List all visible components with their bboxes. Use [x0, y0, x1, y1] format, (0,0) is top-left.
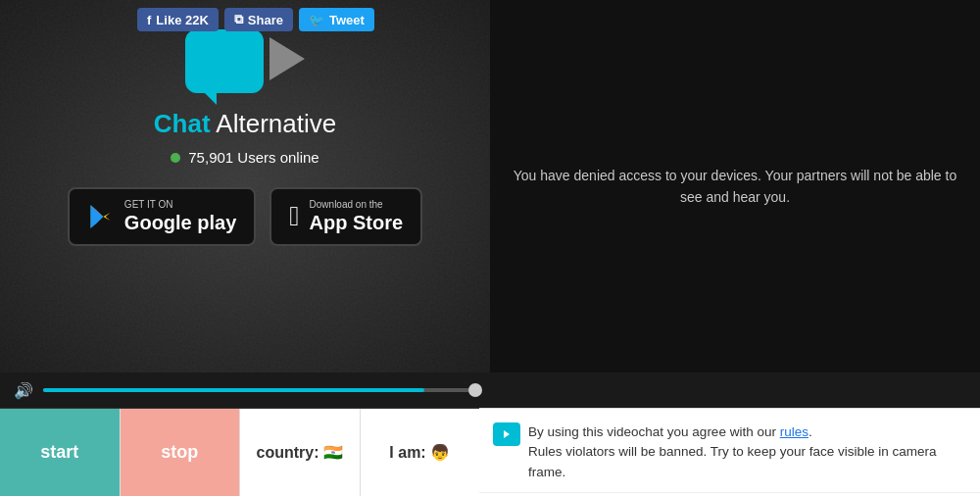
app-title: Chat Alternative [154, 109, 336, 139]
logo-icon [185, 29, 305, 93]
app-title-alternative: Alternative [211, 109, 337, 138]
app-buttons: GET IT ON Google play  Download on the … [68, 187, 422, 246]
app-title-chat: Chat [154, 109, 211, 138]
users-online: 75,901 Users online [171, 149, 318, 166]
chat-message-prefix: By using this videochat you agree with o… [528, 424, 780, 439]
share-icon: ⧉ [234, 12, 243, 27]
iam-button[interactable]: I am: 👦 [361, 409, 480, 496]
facebook-icon: f [147, 13, 151, 27]
start-button[interactable]: start [0, 409, 121, 496]
google-play-icon [87, 203, 115, 230]
chat-message: By using this videochat you agree with o… [479, 409, 980, 492]
twitter-icon: 🐦 [309, 13, 324, 27]
google-play-text: GET IT ON Google play [124, 199, 236, 234]
social-bar: f Like 22K ⧉ Share 🐦 Tweet [137, 8, 374, 31]
facebook-like-button[interactable]: f Like 22K [137, 8, 219, 31]
stop-button[interactable]: stop [121, 409, 241, 496]
facebook-share-button[interactable]: ⧉ Share [224, 8, 293, 31]
camera-icon [270, 37, 305, 80]
main-area: Chat Alternative 75,901 Users online [0, 0, 980, 372]
app-store-text: Download on the App Store [310, 199, 404, 234]
volume-fill [43, 388, 424, 392]
chat-bubble-icon [185, 29, 264, 93]
volume-slider[interactable] [43, 388, 476, 392]
online-indicator [171, 153, 180, 163]
twitter-tweet-button[interactable]: 🐦 Tweet [299, 8, 374, 31]
bottom-controls: start stop country: 🇮🇳 I am: 👦 [0, 408, 479, 496]
app-store-button[interactable]:  Download on the App Store [270, 187, 422, 246]
bottom-section: start stop country: 🇮🇳 I am: 👦 By using … [0, 408, 980, 496]
users-count: 75,901 Users online [188, 149, 318, 166]
volume-bar: 🔊 [0, 372, 490, 408]
country-button[interactable]: country: 🇮🇳 [240, 409, 361, 496]
chat-input-wrap: 🙂 [479, 492, 980, 496]
left-video-panel: Chat Alternative 75,901 Users online [0, 0, 490, 372]
right-camera-panel: You have denied access to your devices. … [490, 0, 980, 372]
apple-icon:  [289, 203, 299, 230]
volume-handle[interactable] [468, 383, 482, 397]
video-chat-icon [493, 422, 520, 446]
volume-icon: 🔊 [14, 381, 33, 400]
rules-link[interactable]: rules [780, 424, 808, 439]
google-play-button[interactable]: GET IT ON Google play [68, 187, 256, 246]
chat-area: By using this videochat you agree with o… [479, 408, 980, 496]
intro-content: Chat Alternative 75,901 Users online [0, 0, 490, 246]
camera-denied-message: You have denied access to your devices. … [490, 0, 980, 372]
